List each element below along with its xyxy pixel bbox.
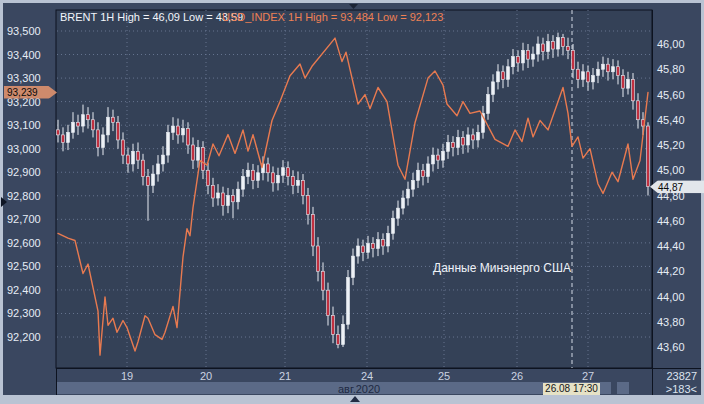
- candle-bull: [497, 72, 500, 82]
- candle-bull: [602, 64, 605, 69]
- candle-bear: [272, 173, 275, 183]
- candle-bull: [82, 115, 85, 126]
- candle-bear: [287, 168, 290, 177]
- candle-bear: [137, 151, 140, 160]
- candle-bull: [237, 189, 240, 202]
- bar-counter: 23827: [655, 370, 697, 382]
- candle-bull: [537, 44, 540, 54]
- left-axis-tick-label: 93,100: [7, 119, 41, 131]
- candle-bear: [192, 145, 195, 160]
- candle-bull: [407, 189, 410, 198]
- left-axis-tick-label: 92,200: [7, 331, 41, 343]
- candle-bear: [267, 164, 270, 173]
- left-axis-tick-label: 93,300: [7, 72, 41, 84]
- right-axis-tick-label: 44,60: [657, 215, 685, 227]
- candle-bull: [367, 243, 370, 252]
- candle-bull: [557, 38, 560, 49]
- candle-bull: [512, 57, 515, 67]
- candle-bear: [452, 142, 455, 147]
- candle-bull: [592, 76, 595, 82]
- candle-bull: [627, 79, 630, 88]
- candle-bull: [282, 168, 285, 176]
- chart-plot-area[interactable]: [0, 0, 704, 404]
- candle-bear: [87, 115, 90, 120]
- day-tick-label: 20: [200, 370, 212, 382]
- left-axis-tick-label: 92,800: [7, 190, 41, 202]
- candle-bear: [587, 72, 590, 82]
- candle-bear: [552, 41, 555, 49]
- candle-bull: [172, 126, 175, 132]
- candle-bear: [142, 160, 145, 176]
- plot-background: [56, 10, 652, 368]
- candle-bear: [527, 50, 530, 59]
- candle-bear: [567, 47, 570, 51]
- candle-bull: [522, 50, 525, 63]
- candle-bear: [322, 271, 325, 290]
- candle-bear: [617, 67, 620, 76]
- candle-bear: [382, 240, 385, 246]
- left-axis-tick-label: 92,400: [7, 284, 41, 296]
- candle-bear: [302, 180, 305, 195]
- left-axis-tick-label: 92,500: [7, 260, 41, 272]
- candle-bull: [427, 164, 430, 177]
- crosshair-time-tag: 26.08 17:30: [543, 383, 600, 395]
- candle-bear: [577, 69, 580, 79]
- day-tick-label: 19: [121, 370, 133, 382]
- candle-bull: [547, 41, 550, 51]
- left-axis-tick-label: 92,300: [7, 307, 41, 319]
- right-axis-tick-label: 44,40: [657, 240, 685, 252]
- candle-bear: [422, 170, 425, 176]
- candle-bear: [122, 140, 125, 155]
- day-tick-label: 25: [438, 370, 450, 382]
- candle-bull: [257, 173, 260, 181]
- right-axis-tick-label: 44,20: [657, 265, 685, 277]
- candle-bull: [352, 256, 355, 277]
- candle-bull: [227, 196, 230, 206]
- candle-bear: [147, 177, 150, 186]
- right-axis-tick-label: 46,00: [657, 38, 685, 50]
- candle-bull: [402, 198, 405, 208]
- left-axis-tick-label: 92,900: [7, 166, 41, 178]
- candle-bull: [357, 246, 360, 256]
- candle-bull: [417, 170, 420, 180]
- candle-bull: [197, 148, 200, 161]
- candle-bear: [252, 170, 255, 180]
- usd-index-price-tag: 93,239: [4, 86, 57, 99]
- candle-bull: [247, 170, 250, 176]
- candle-bull: [167, 132, 170, 155]
- candle-bear: [572, 50, 575, 69]
- candle-bull: [277, 175, 280, 183]
- candle-bear: [207, 170, 210, 185]
- candle-bull: [447, 142, 450, 151]
- scrollbar-thumb[interactable]: [617, 382, 629, 394]
- left-axis-tick-label: 92,600: [7, 237, 41, 249]
- candle-bear: [637, 101, 640, 120]
- left-axis-tick-label: 92,700: [7, 213, 41, 225]
- candle-bear: [312, 214, 315, 246]
- candle-bear: [337, 334, 340, 344]
- candle-bear: [187, 129, 190, 145]
- candle-bull: [507, 67, 510, 80]
- candle-bear: [222, 193, 225, 206]
- candle-bull: [467, 135, 470, 145]
- candle-bear: [362, 246, 365, 252]
- day-tick-label: 27: [582, 370, 594, 382]
- candle-bear: [647, 126, 650, 187]
- candle-bull: [157, 164, 160, 174]
- candle-bull: [487, 95, 490, 114]
- candle-bull: [477, 132, 480, 140]
- candle-bear: [472, 135, 475, 140]
- right-axis-tick-label: 45,00: [657, 164, 685, 176]
- candle-bull: [102, 135, 105, 148]
- candle-bull: [377, 240, 380, 249]
- timeline-scrollbar[interactable]: [57, 382, 611, 394]
- candle-bear: [517, 57, 520, 63]
- candle-bear: [202, 148, 205, 171]
- left-axis-tick-label: 93,500: [7, 25, 41, 37]
- candle-bear: [97, 130, 100, 148]
- candle-bear: [632, 79, 635, 100]
- candle-bull: [532, 54, 535, 59]
- left-axis-tick-label: 93,400: [7, 49, 41, 61]
- candle-bull: [242, 177, 245, 190]
- candle-bear: [307, 196, 310, 215]
